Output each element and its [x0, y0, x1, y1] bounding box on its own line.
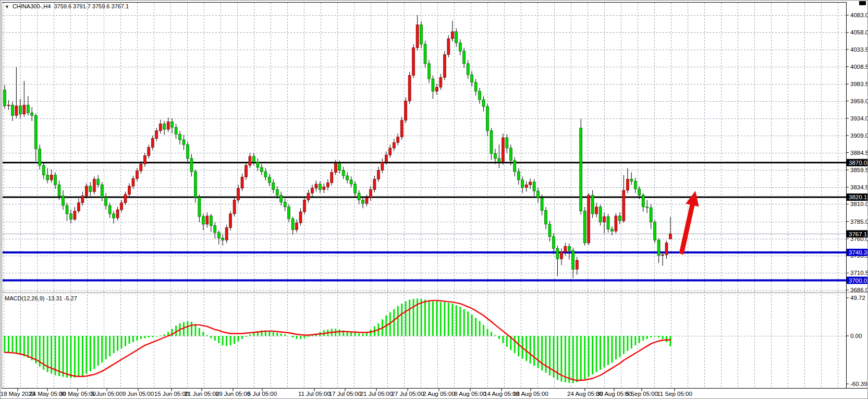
time-axis-label: 11 Sep 05:00	[657, 391, 692, 397]
candle-body	[494, 153, 496, 158]
candle-body	[479, 91, 481, 100]
time-axis-label: 2 Aug 05:00	[423, 391, 455, 397]
candle-body	[427, 64, 430, 79]
candle-body	[101, 185, 103, 197]
time-axis-label: 21 Jun 05:00	[185, 391, 219, 397]
candle-body	[319, 184, 321, 190]
candle-body	[439, 77, 442, 87]
candle-body	[537, 191, 540, 198]
candle-body	[533, 182, 535, 191]
candle-body	[311, 188, 313, 193]
candle-body	[62, 196, 65, 205]
candle-body	[346, 176, 349, 180]
time-axis-label: 5 Sep 05:00	[626, 391, 658, 397]
candle-body	[385, 155, 387, 162]
candle-body	[323, 187, 325, 189]
candle-body	[607, 216, 609, 229]
buy-signal-arrow[interactable]	[679, 191, 699, 255]
candle-body	[657, 240, 660, 255]
candle-body	[622, 190, 625, 221]
candle-body	[120, 203, 123, 210]
candle-body	[225, 228, 228, 240]
candle-body	[634, 182, 637, 189]
candle-body	[186, 144, 189, 159]
candle-body	[393, 142, 395, 148]
candle-body	[256, 162, 259, 167]
candle-body	[350, 180, 352, 184]
candle-body	[252, 156, 255, 162]
symbol-dropdown-icon[interactable]: ▼	[5, 4, 9, 9]
candle-body	[11, 105, 14, 116]
candle-body	[276, 190, 278, 196]
candle-body	[334, 163, 337, 172]
candle-body	[365, 198, 368, 203]
current-price-badge: 3767.1	[847, 230, 867, 237]
candle-body	[182, 140, 185, 144]
time-axis-label: 15 Jun 05:00	[154, 391, 189, 397]
candle-body	[7, 105, 10, 106]
candle-body	[194, 172, 197, 197]
candle-body	[615, 216, 617, 231]
time-axis-label: 11 Jul 05:00	[298, 391, 331, 397]
candle-body	[474, 82, 477, 91]
candle-body	[202, 216, 204, 224]
candle-body	[443, 55, 446, 78]
candle-body	[541, 198, 543, 210]
candle-body	[548, 224, 551, 237]
candle-body	[564, 246, 567, 252]
candle-body	[206, 216, 209, 224]
macd-indicator-label: MACD(12,26,9) -13.31 -5.27	[5, 295, 77, 301]
time-axis-label: 17 Jul 05:00	[329, 391, 362, 397]
price-axis-label: 3785.0	[850, 219, 868, 225]
candle-body	[599, 207, 602, 222]
candle-body	[233, 200, 236, 214]
price-axis-label: 3983.5	[850, 81, 868, 87]
candle-body	[315, 184, 317, 188]
candle-body	[34, 115, 37, 149]
candle-body	[15, 106, 18, 116]
candle-body	[377, 170, 380, 179]
price-chart-canvas[interactable]: 4083.04058.04033.54008.53983.53959.03934…	[1, 1, 868, 399]
svg-text:3740.3: 3740.3	[849, 249, 867, 256]
candle-body	[669, 234, 672, 239]
candle-body	[467, 64, 469, 75]
candle-body	[560, 252, 563, 259]
candle-body	[105, 197, 107, 205]
candle-body	[342, 170, 345, 176]
candle-body	[595, 207, 598, 214]
candle-body	[159, 124, 162, 130]
hline-objects-layer	[3, 163, 846, 281]
candle-body	[665, 243, 668, 255]
candle-body	[42, 165, 45, 175]
time-axis-label: 18 Aug 05:00	[513, 391, 548, 397]
candle-body	[618, 216, 621, 221]
candle-body	[408, 75, 411, 101]
candle-body	[303, 200, 306, 212]
candle-body	[272, 183, 275, 189]
candle-body	[179, 134, 181, 140]
candle-body	[603, 216, 606, 222]
candle-body	[155, 131, 158, 139]
candle-body	[124, 195, 127, 203]
candle-body	[81, 196, 84, 202]
macd-scale-label: 49.72	[850, 295, 865, 301]
candle-body	[143, 155, 146, 164]
candle-body	[171, 122, 174, 127]
candle-body	[113, 214, 115, 218]
candle-body	[338, 163, 341, 170]
candle-body	[69, 214, 72, 220]
candle-body	[264, 172, 267, 177]
candle-body	[4, 90, 6, 106]
time-axis-label: 30 May 05:00	[59, 391, 96, 397]
price-axis-label: 4008.5	[850, 64, 868, 70]
chart-window[interactable]: 4083.04058.04033.54008.53983.53959.03934…	[0, 0, 868, 399]
candle-body	[610, 229, 613, 231]
candle-body	[529, 182, 532, 185]
candle-body	[556, 248, 559, 259]
price-axis-label: 3686.0	[850, 287, 868, 293]
candle-body	[291, 219, 294, 229]
candle-body	[326, 183, 329, 187]
price-axis-label: 3710.5	[850, 270, 868, 276]
candle-body	[381, 162, 384, 170]
candle-body	[459, 43, 461, 51]
